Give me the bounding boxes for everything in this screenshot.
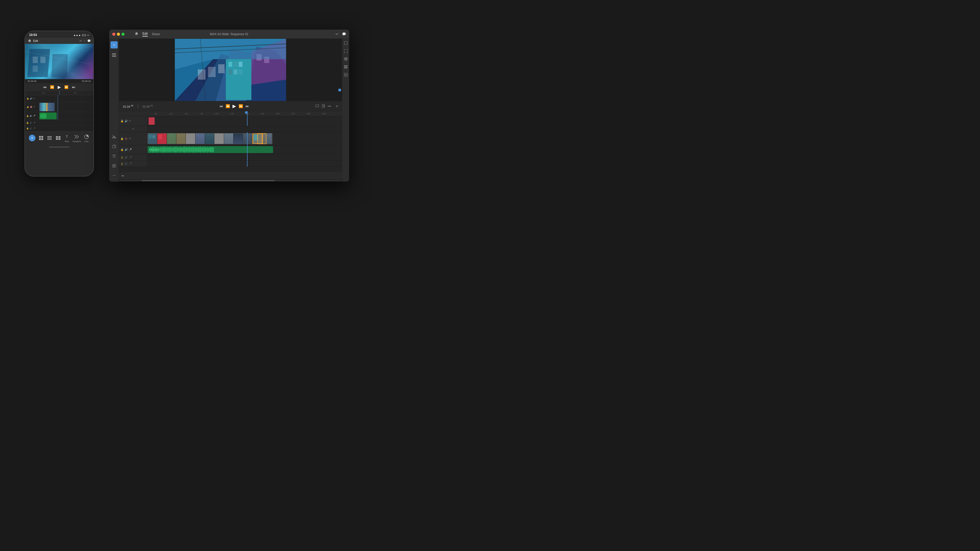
- preview-next-frame-btn[interactable]: ⏩: [239, 104, 243, 108]
- phone-mic-icon-a[interactable]: 🎤: [33, 115, 35, 117]
- phone-mute-m1[interactable]: 🔊: [30, 122, 32, 124]
- video-clip-strip[interactable]: [148, 133, 272, 144]
- tab-share[interactable]: Share: [152, 32, 160, 36]
- preview-skip-forward-btn[interactable]: ⏭: [245, 104, 249, 108]
- video-track-mute[interactable]: 🔇: [124, 137, 127, 140]
- phone-list-icon[interactable]: [46, 135, 52, 141]
- red-title-clip[interactable]: [148, 118, 155, 125]
- track-1-audio-icon[interactable]: 🔊: [124, 120, 127, 122]
- waveform-bar: [42, 114, 42, 118]
- audio-track-content[interactable]: ♪ Particle: [148, 145, 342, 154]
- audio-track-mute[interactable]: 🔊: [124, 148, 127, 151]
- sidebar-library-icon[interactable]: [110, 52, 118, 59]
- phone-lock-icon-m2[interactable]: 🔒: [26, 127, 29, 130]
- phone-transitions-icon[interactable]: [73, 134, 80, 140]
- titlebar-comment-icon[interactable]: 💬: [342, 32, 346, 36]
- timeline-scrollbar[interactable]: [119, 179, 342, 182]
- phone-undo-icon[interactable]: ↩: [80, 39, 82, 43]
- right-sidebar-fullscreen-icon[interactable]: [344, 41, 348, 46]
- phone-lock-icon-m1[interactable]: 🔒: [26, 122, 29, 124]
- video-track-content[interactable]: [148, 132, 342, 145]
- phone-prev-frame-btn[interactable]: ⏪: [50, 85, 54, 89]
- sidebar-insert-icon[interactable]: [110, 162, 118, 169]
- phone-eye-icon-1[interactable]: 👁: [33, 97, 35, 100]
- preview-prev-frame-btn[interactable]: ⏪: [226, 104, 230, 108]
- phone-play-btn[interactable]: ▶: [58, 85, 61, 89]
- phone-home-icon[interactable]: [27, 39, 32, 43]
- audio-clip-particle[interactable]: ♪ Particle: [148, 146, 273, 153]
- tab-edit[interactable]: Edit: [142, 32, 148, 37]
- phone-audio-icon-1[interactable]: 🔊: [30, 97, 32, 100]
- cut-icon[interactable]: ✂: [132, 127, 134, 130]
- sidebar-copy-icon[interactable]: [110, 143, 118, 150]
- sidebar-cut-icon[interactable]: [110, 133, 118, 140]
- phone-tool-color[interactable]: Color: [83, 134, 89, 142]
- phone-audio-mute-a[interactable]: 🔊: [30, 115, 32, 117]
- phone-titles-icon[interactable]: T: [64, 134, 70, 140]
- audio-waveform: [148, 146, 273, 153]
- et2-mic[interactable]: 🎤: [129, 162, 132, 165]
- phone-grid-icon[interactable]: [55, 135, 61, 141]
- sidebar-add-button[interactable]: ＋: [110, 41, 118, 48]
- phone-eye-icon-v[interactable]: 👁: [33, 106, 35, 108]
- right-sidebar-expand-icon[interactable]: [344, 49, 348, 54]
- preview-monitor-icon[interactable]: [315, 104, 319, 108]
- phone-lock-icon-v[interactable]: 🔒: [27, 106, 29, 108]
- video-track-eye[interactable]: 👁: [129, 137, 131, 140]
- phone-muted-track-2: 🔒 🔊 🎤: [25, 126, 94, 131]
- et1-content: [148, 154, 342, 160]
- right-sidebar-grid-icon[interactable]: [344, 65, 348, 69]
- phone-mic-m2[interactable]: 🎤: [33, 127, 35, 130]
- et1-mute[interactable]: 🔊: [124, 156, 127, 159]
- titlebar-undo-icon[interactable]: ↩: [336, 32, 339, 36]
- phone-tool-grid[interactable]: [55, 135, 61, 141]
- phone-tool-library[interactable]: [38, 135, 44, 141]
- phone-skip-forward-btn[interactable]: ⏭: [72, 85, 75, 89]
- et1-mic[interactable]: 🎤: [129, 156, 132, 159]
- phone-add-button[interactable]: +: [29, 135, 35, 141]
- track-1-content[interactable]: [148, 116, 342, 126]
- phone-lock-icon-a[interactable]: 🔒: [26, 115, 29, 117]
- phone-color-icon[interactable]: [83, 134, 89, 140]
- preview-play-btn[interactable]: ▶: [232, 103, 236, 109]
- phone-mute-m2[interactable]: 🔊: [30, 127, 32, 130]
- sidebar-delete-icon[interactable]: [110, 152, 118, 160]
- phone-share-icon[interactable]: ↑: [84, 39, 86, 43]
- sidebar-list-icon[interactable]: [110, 172, 118, 179]
- phone-tool-titles[interactable]: T Titles: [64, 134, 70, 142]
- preview-skip-back-btn[interactable]: ⏮: [220, 104, 223, 108]
- audio-track-mic[interactable]: 🎤: [129, 148, 132, 151]
- phone-video-clip[interactable]: [39, 103, 55, 111]
- right-sidebar-layout-icon[interactable]: [344, 73, 348, 77]
- preview-more-icon[interactable]: •••: [328, 104, 331, 108]
- minimize-window-button[interactable]: [117, 33, 120, 36]
- track-1-eye-icon[interactable]: 👁: [129, 120, 131, 122]
- et2-lock[interactable]: 🔒: [121, 162, 124, 165]
- phone-video-track-content[interactable]: [37, 102, 94, 112]
- et1-lock[interactable]: 🔒: [121, 156, 124, 159]
- phone-mic-m1[interactable]: 🎤: [33, 122, 35, 124]
- et2-mute[interactable]: 🔊: [124, 162, 127, 165]
- timeline-back-icon[interactable]: ⬅: [121, 174, 124, 178]
- phone-audio-track-content[interactable]: [37, 112, 94, 120]
- phone-library-icon[interactable]: [38, 135, 44, 141]
- phone-mute-icon-v[interactable]: 🔇: [30, 106, 32, 108]
- phone-tool-transitions[interactable]: Transitions: [72, 134, 81, 142]
- phone-tool-list[interactable]: [46, 135, 52, 141]
- scrollbar-track[interactable]: [119, 180, 342, 181]
- video-track-lock[interactable]: 🔒: [121, 137, 124, 140]
- close-window-button[interactable]: [112, 33, 115, 36]
- titlebar-home-icon[interactable]: [135, 32, 138, 36]
- phone-audio-clip[interactable]: [39, 113, 57, 119]
- phone-lock-icon-1[interactable]: 🔒: [27, 97, 29, 100]
- right-sidebar-color-icon[interactable]: [344, 57, 348, 62]
- phone-skip-back-btn[interactable]: ⏮: [43, 85, 46, 89]
- phone-next-frame-btn[interactable]: ⏩: [64, 85, 68, 89]
- audio-track-lock[interactable]: 🔒: [121, 148, 124, 151]
- preview-overflow-icon[interactable]: ≡: [336, 104, 338, 108]
- preview-export-icon[interactable]: [321, 104, 325, 108]
- maximize-window-button[interactable]: [121, 33, 124, 36]
- scrollbar-thumb[interactable]: [142, 180, 275, 181]
- track-1-lock-icon[interactable]: 🔒: [121, 120, 124, 122]
- phone-comment-icon[interactable]: 💬: [87, 39, 91, 43]
